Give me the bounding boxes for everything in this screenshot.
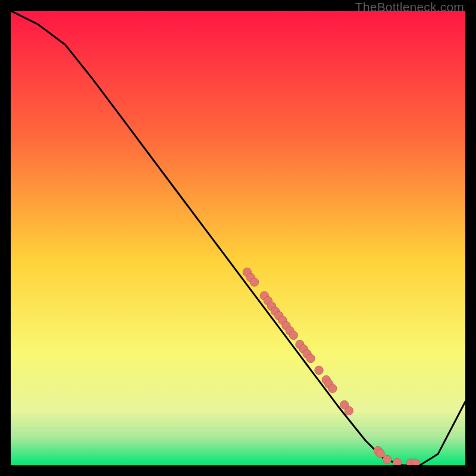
svg-rect-8 [11, 435, 465, 436]
svg-rect-3 [11, 411, 465, 412]
svg-rect-0 [11, 11, 465, 465]
data-marker [328, 384, 337, 393]
data-marker [376, 449, 384, 458]
svg-rect-7 [11, 430, 465, 431]
svg-rect-5 [11, 421, 465, 421]
data-marker [289, 331, 298, 339]
svg-rect-6 [11, 425, 465, 426]
data-marker [306, 354, 315, 362]
data-marker [383, 455, 391, 464]
data-marker [393, 458, 401, 465]
svg-rect-2 [11, 406, 465, 407]
chart-plot [11, 11, 465, 465]
data-marker [345, 406, 353, 415]
data-marker [250, 278, 258, 286]
svg-rect-1 [11, 402, 465, 402]
chart-stage: TheBottleneck.com [0, 0, 476, 476]
data-marker [315, 366, 323, 374]
data-marker [411, 459, 419, 465]
svg-rect-4 [11, 416, 465, 416]
chart-svg [11, 11, 465, 465]
